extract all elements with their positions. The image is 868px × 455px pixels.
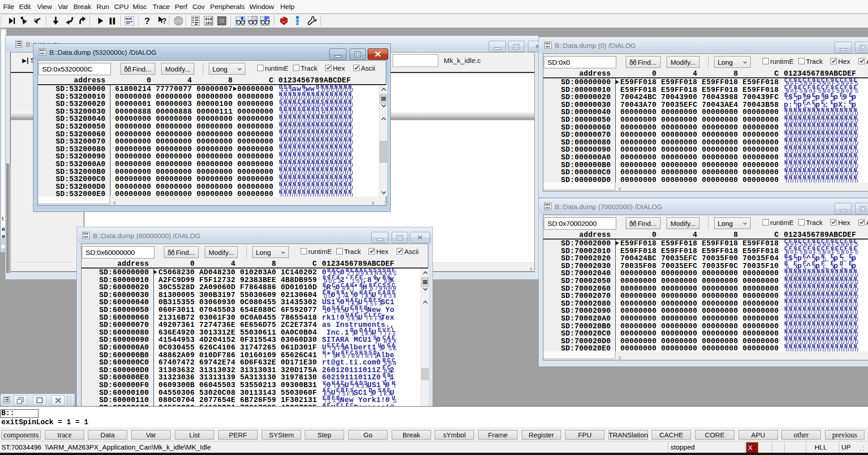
svg-text:?: ?	[144, 15, 150, 26]
svg-text:NOP: NOP	[125, 17, 133, 20]
svg-text:?: ?	[162, 17, 167, 25]
svg-text:STOP: STOP	[174, 19, 182, 23]
svg-text:101: 101	[205, 21, 212, 26]
